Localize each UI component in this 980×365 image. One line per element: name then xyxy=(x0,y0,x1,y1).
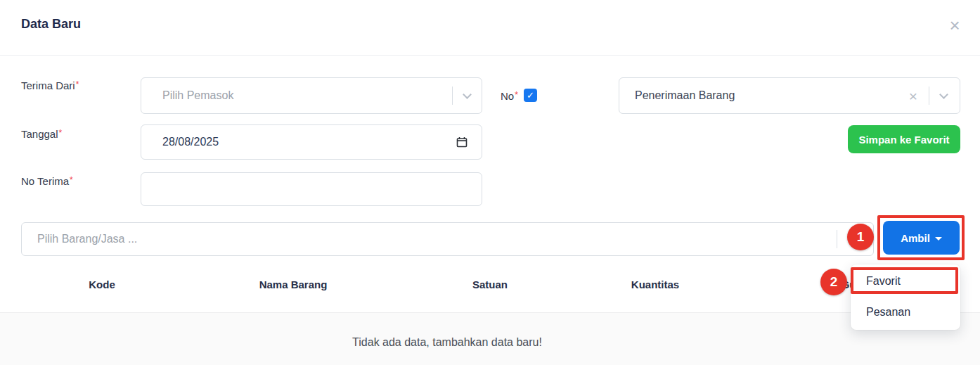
no-terima-label: No Terima* xyxy=(21,175,73,187)
transaction-type-value: Penerimaan Barang xyxy=(635,89,909,102)
data-baru-modal: Data Baru × Terima Dari* Pilih Pemasok N… xyxy=(0,0,980,365)
table-header-kode: Kode xyxy=(89,278,115,290)
select-divider xyxy=(452,87,453,105)
page-title: Data Baru xyxy=(21,17,81,32)
tanggal-label: Tanggal* xyxy=(21,128,62,140)
no-checkbox[interactable]: ✓ xyxy=(524,89,537,102)
header-divider xyxy=(0,55,980,56)
annotation-step-badge-2: 2 xyxy=(820,269,847,295)
terima-dari-placeholder: Pilih Pemasok xyxy=(162,89,452,102)
barang-jasa-select[interactable]: Pilih Barang/Jasa ... xyxy=(21,222,874,256)
table-header-satuan: Satuan xyxy=(472,278,508,290)
required-mark: * xyxy=(59,128,63,138)
empty-state-text: Tidak ada data, tambahkan data baru! xyxy=(352,336,542,349)
check-icon: ✓ xyxy=(527,90,534,101)
select-divider xyxy=(837,230,837,248)
caret-down-icon xyxy=(935,237,942,241)
required-mark: * xyxy=(76,79,79,89)
select-divider xyxy=(929,87,929,105)
simpan-ke-favorit-button[interactable]: Simpan ke Favorit xyxy=(848,125,960,153)
no-terima-input[interactable] xyxy=(141,173,482,205)
no-terima-field-box xyxy=(141,172,482,206)
chevron-down-icon[interactable] xyxy=(939,90,948,99)
clear-icon[interactable]: × xyxy=(909,89,917,103)
no-label: No* xyxy=(501,90,518,102)
close-icon[interactable]: × xyxy=(943,14,966,37)
table-header-nama-barang: Nama Barang xyxy=(259,278,328,290)
chevron-down-icon[interactable] xyxy=(463,90,472,99)
menu-item-favorit[interactable]: Favorit xyxy=(851,266,960,297)
ambil-dropdown-button[interactable]: Ambil xyxy=(883,221,960,255)
required-mark: * xyxy=(515,90,518,100)
barang-jasa-placeholder: Pilih Barang/Jasa ... xyxy=(37,233,837,245)
annotation-step-badge-1: 1 xyxy=(847,224,874,250)
transaction-type-select[interactable]: Penerimaan Barang × xyxy=(619,77,960,114)
terima-dari-label: Terima Dari* xyxy=(21,79,79,91)
calendar-icon[interactable] xyxy=(456,136,468,148)
menu-item-pesanan[interactable]: Pesanan xyxy=(851,297,960,328)
ambil-dropdown-menu: Favorit Pesanan xyxy=(851,264,960,330)
terima-dari-select[interactable]: Pilih Pemasok xyxy=(141,77,482,114)
tanggal-value: 28/08/2025 xyxy=(162,136,456,148)
required-mark: * xyxy=(70,175,73,185)
tanggal-date-input[interactable]: 28/08/2025 xyxy=(141,124,482,160)
table-header-kuantitas: Kuantitas xyxy=(631,278,679,290)
